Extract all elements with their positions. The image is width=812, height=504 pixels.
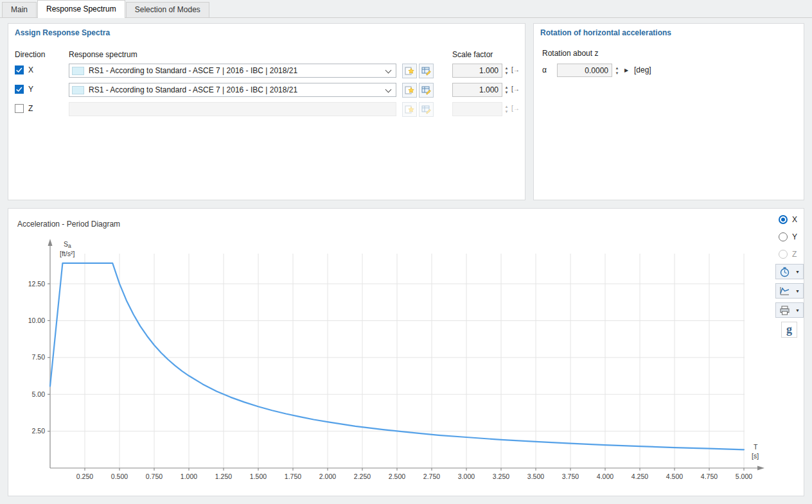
scale-factor-y-spinner[interactable]: ▲ ▼ [503,83,510,96]
diagram-direction-y-radio[interactable]: Y [779,231,797,243]
radio-selected-icon[interactable] [779,215,788,224]
panel-title: Rotation of horizontal accelerations [540,28,671,37]
scale-factor-x-value: 1.000 [479,66,499,75]
spectrum-y-combo[interactable]: RS1 - According to Standard - ASCE 7 | 2… [69,83,396,97]
alpha-field[interactable]: 0.0000 [557,64,612,77]
svg-text:2.000: 2.000 [319,473,336,480]
assign-response-spectra-panel: Assign Response Spectra Direction Respon… [8,23,525,200]
svg-text:5.000: 5.000 [736,473,752,480]
new-star-icon [404,85,415,96]
chart-icon [779,286,790,297]
check-icon [15,85,23,93]
spin-up-icon[interactable]: ▲ [615,65,619,71]
edit-spectrum-button[interactable] [419,64,434,78]
radio-y-label: Y [792,232,797,241]
assign-row-z: Z ▲ ▼ [→ [8,102,525,117]
direction-x-checkbox[interactable] [15,65,24,74]
assign-row-y: Y RS1 - According to Standard - ASCE 7 |… [8,83,525,98]
spectrum-x-value: RS1 - According to Standard - ASCE 7 | 2… [89,66,297,75]
radio-disabled-icon [779,250,788,259]
svg-text:2.250: 2.250 [354,473,371,480]
print-button[interactable]: ▼ [775,302,804,318]
svg-text:[s]: [s] [752,452,759,460]
direction-y-checkbox[interactable] [15,85,24,94]
svg-text:T: T [754,443,758,451]
panel-title: Assign Response Spectra [15,28,110,37]
apply-arrow-icon[interactable]: [→ [511,66,520,73]
spin-down-icon[interactable]: ▼ [505,90,509,95]
spin-down-icon: ▼ [505,109,509,114]
direction-x-label: X [28,65,33,74]
svg-text:1.250: 1.250 [215,473,232,480]
svg-text:1.750: 1.750 [285,473,301,480]
column-header-direction: Direction [15,50,45,59]
radio-unselected-icon[interactable] [779,232,788,241]
scale-factor-x-spinner[interactable]: ▲ ▼ [503,64,510,77]
new-star-icon [404,65,415,76]
spectrum-z-combo [69,102,396,116]
menu-arrow-icon: ▼ [795,308,800,313]
printer-icon [779,305,790,316]
svg-text:4.250: 4.250 [631,473,648,480]
apply-arrow-icon[interactable]: [→ [511,85,520,92]
apply-arrow-icon: [→ [511,105,520,112]
direction-z-checkbox[interactable] [15,104,24,113]
diagram-direction-x-radio[interactable]: X [779,214,797,225]
stopwatch-icon [779,266,790,277]
svg-text:4.500: 4.500 [666,473,683,480]
svg-text:10.00: 10.00 [28,317,45,324]
assign-row-x: X RS1 - According to Standard - ASCE 7 |… [8,64,525,79]
spectrum-color-swatch [72,86,84,94]
edit-table-icon [421,104,432,115]
svg-text:[ft/s²]: [ft/s²] [60,250,75,257]
spectrum-x-combo[interactable]: RS1 - According to Standard - ASCE 7 | 2… [69,64,396,78]
acceleration-period-diagram-panel: Acceleration - Period Diagram 2.505.007.… [8,208,804,496]
spin-up-icon[interactable]: ▲ [505,85,509,90]
direction-z-label: Z [28,104,33,113]
spectrum-settings-button[interactable]: ▼ [775,264,804,279]
svg-text:3.000: 3.000 [458,473,475,480]
edit-table-icon [421,85,432,96]
spin-down-icon[interactable]: ▼ [505,71,509,76]
spin-down-icon[interactable]: ▼ [615,71,619,76]
svg-text:1.000: 1.000 [181,473,197,480]
svg-text:4.750: 4.750 [701,473,718,480]
svg-text:0.500: 0.500 [111,473,128,480]
diagram-options-button[interactable]: ▼ [775,283,804,299]
svg-text:0.250: 0.250 [76,473,93,480]
spectrum-y-value: RS1 - According to Standard - ASCE 7 | 2… [89,85,297,94]
tab-main[interactable]: Main [2,2,37,17]
radio-x-label: X [792,215,797,224]
svg-text:0.750: 0.750 [146,473,163,480]
new-spectrum-button[interactable] [402,64,417,78]
column-header-scale-factor: Scale factor [452,50,493,59]
alpha-value: 0.0000 [585,66,608,75]
scale-factor-x-field[interactable]: 1.000 [452,64,502,78]
svg-text:2.500: 2.500 [389,473,405,480]
svg-text:3.250: 3.250 [493,473,509,480]
edit-spectrum-button-disabled [419,102,434,117]
rotation-panel: Rotation of horizontal accelerations Rot… [533,23,804,200]
alpha-spinner[interactable]: ▲ ▼ [613,64,621,77]
tab-selection-of-modes[interactable]: Selection of Modes [126,2,209,17]
scale-factor-y-field[interactable]: 1.000 [452,83,502,97]
g-logo-button[interactable]: g [781,322,797,338]
acceleration-period-chart: 2.505.007.5010.0012.500.2500.5000.7501.0… [8,209,804,496]
spin-up-icon[interactable]: ▲ [505,65,509,71]
chevron-down-icon [385,87,392,93]
menu-arrow-icon: ▼ [795,289,800,293]
new-star-icon [404,104,415,115]
alpha-label: α [542,65,547,74]
svg-text:5.00: 5.00 [32,390,46,398]
svg-text:Sa: Sa [64,240,71,249]
alpha-expand-button[interactable]: ▶ [622,65,631,75]
radio-z-label: Z [792,250,797,259]
scale-factor-y-value: 1.000 [479,85,499,94]
tab-response-spectrum[interactable]: Response Spectrum [37,0,125,18]
edit-spectrum-button[interactable] [419,83,434,98]
new-spectrum-button[interactable] [402,83,417,98]
svg-text:2.50: 2.50 [32,427,46,435]
column-header-response-spectrum: Response spectrum [69,50,137,59]
svg-text:7.50: 7.50 [32,353,46,361]
scale-factor-z-field [452,102,502,116]
